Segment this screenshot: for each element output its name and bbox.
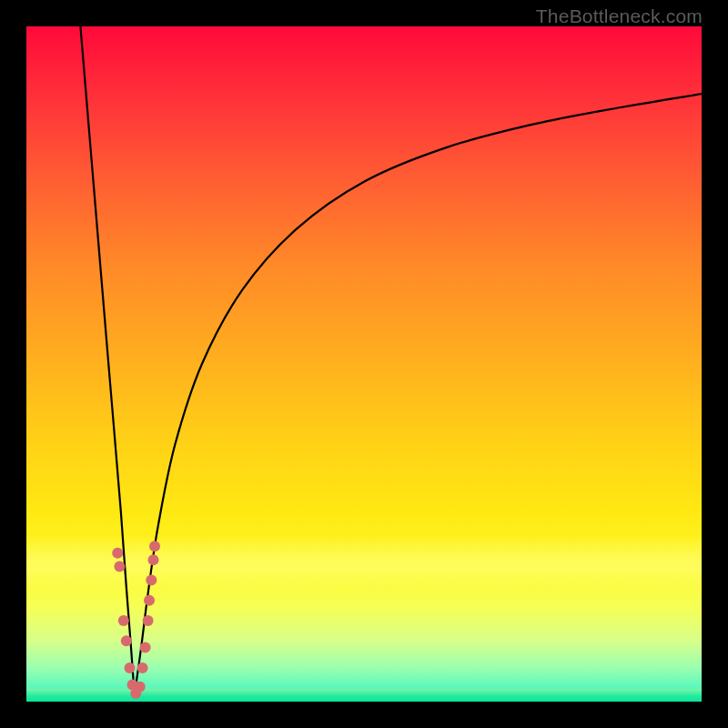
chart-marker — [143, 615, 154, 626]
chart-marker — [118, 615, 129, 626]
chart-marker — [121, 635, 132, 646]
chart-marker — [135, 682, 146, 693]
chart-marker — [112, 548, 123, 559]
chart-plot-area — [26, 26, 702, 702]
chart-marker — [148, 554, 159, 565]
chart-marker — [137, 662, 148, 673]
chart-frame: TheBottleneck.com — [0, 0, 728, 728]
chart-marker — [125, 662, 136, 673]
chart-marker — [146, 574, 157, 585]
chart-marker — [114, 561, 125, 572]
chart-markers — [112, 541, 160, 699]
chart-svg — [26, 26, 702, 702]
curve-left-branch — [80, 26, 134, 695]
chart-marker — [144, 595, 155, 606]
chart-marker — [140, 642, 151, 653]
watermark-label: TheBottleneck.com — [536, 5, 703, 27]
curve-right-branch — [135, 94, 702, 694]
chart-marker — [149, 541, 160, 551]
